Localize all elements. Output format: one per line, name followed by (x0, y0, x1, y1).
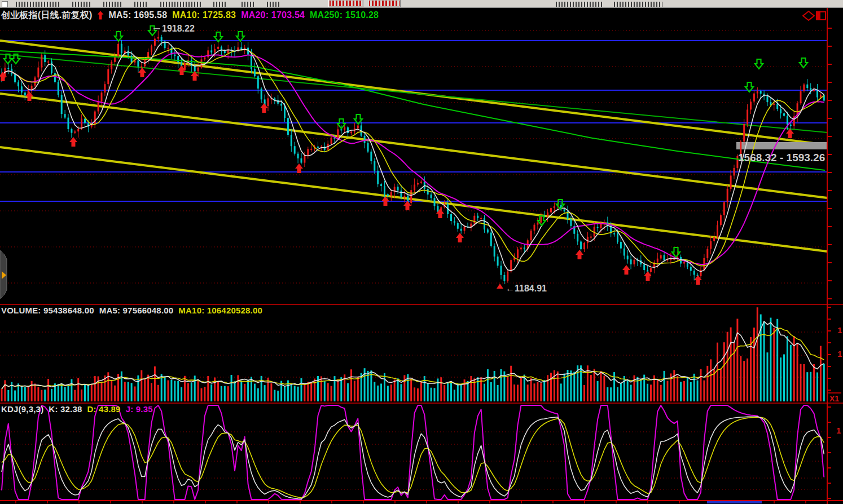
volume-axis-label-2: 1 (837, 350, 842, 358)
buy-signal-arrow (622, 265, 630, 275)
buy-signal-arrow (138, 68, 146, 77)
buy-signal-arrow (786, 129, 794, 138)
buy-signal-arrow (25, 91, 33, 101)
trend-up-icon (98, 11, 104, 20)
chart-title: 创业板指(日线.前复权) (1, 11, 93, 20)
sell-signal-arrow (800, 58, 807, 68)
ma10-value: MA10: 1725.83 (172, 11, 236, 20)
split-pane-icon[interactable] (816, 12, 826, 20)
ma5-value: MA5: 1695.58 (109, 11, 168, 20)
buy-signal-arrow (576, 250, 583, 259)
ma250-value: MA250: 1510.28 (310, 11, 379, 20)
scrollbar-thumb (707, 501, 762, 503)
low-price-label: ←1184.91 (506, 284, 547, 293)
main-chart-header: 创业板指(日线.前复权) MA5: 1695.58 MA10: 1725.83 … (1, 11, 379, 20)
k-value: K: 32.38 (49, 405, 82, 413)
kdj-axis-label-1: 1 (836, 426, 841, 435)
volume-axis-label-1: 1 (837, 326, 842, 334)
sell-signal-arrow (236, 32, 244, 41)
sell-signal-arrow (672, 247, 680, 257)
gap-range-label: 1568.32 - 1593.26 (738, 152, 825, 163)
kdj-header: KDJ(9,3,3) K: 32.38 D: 43.89 J: 9.35 (1, 405, 153, 413)
sidebar-expand-handle[interactable] (0, 250, 7, 299)
scale-indicator: X1 (828, 392, 841, 403)
buy-signal-arrow (644, 271, 652, 281)
vol-ma5-value: MA5: 97566048.00 (99, 306, 174, 315)
high-price-label: 1918.22 (162, 24, 195, 33)
buy-signal-arrow (260, 103, 268, 113)
volume-header: VOLUME: 95438648.00 MA5: 97566048.00 MA1… (1, 306, 262, 315)
volume-value: VOLUME: 95438648.00 (1, 306, 94, 315)
ma20-value: MA20: 1703.54 (241, 11, 305, 20)
j-value: J: 9.35 (126, 405, 153, 413)
buy-signal-arrow (456, 233, 464, 242)
sell-signal-arrow (755, 59, 763, 69)
sell-signal-arrow (115, 32, 122, 41)
diamond-icon[interactable] (803, 11, 814, 20)
chart-canvas[interactable] (0, 0, 843, 504)
trading-app-window: 创业板指(日线.前复权) MA5: 1695.58 MA10: 1725.83 … (0, 0, 843, 504)
d-value: D: 43.89 (87, 405, 121, 413)
kdj-label: KDJ(9,3,3) (1, 405, 43, 413)
vol-ma10-value: MA10: 106420528.00 (178, 306, 262, 315)
